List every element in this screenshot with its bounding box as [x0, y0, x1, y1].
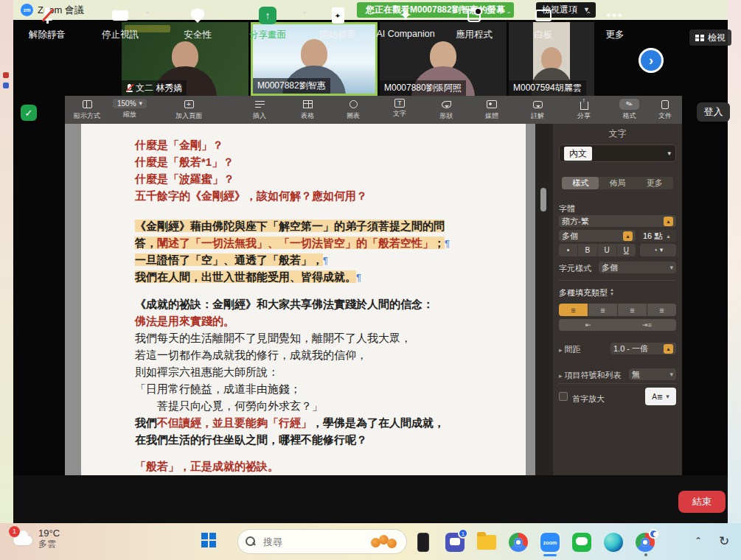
taskbar-app-line[interactable]	[571, 532, 592, 553]
doc-line: 我們每天的生活離開不了見聞覺知，離開不了人我大眾，	[135, 329, 504, 346]
muted-mic-icon	[42, 7, 52, 24]
teams-badge: 1	[458, 528, 468, 539]
doc-segment: 一旦證悟了「空」、通透了「般若」，	[135, 253, 323, 266]
next-participants-button[interactable]: ›	[639, 48, 664, 73]
meeting-security-shield-icon[interactable]: ✓	[21, 105, 37, 121]
lists-dropdown[interactable]: 無 ▾	[629, 368, 676, 380]
paragraph-style-dropdown[interactable]: 內文 ▾	[559, 144, 676, 162]
align-left-button[interactable]: ≡	[559, 304, 588, 316]
gallery-view-button[interactable]: 檢視	[689, 29, 731, 46]
media-button[interactable]: 媒體	[485, 99, 498, 121]
font-size-stepper[interactable]: 16 點 ▲▼	[640, 230, 676, 242]
taskbar-app-explorer[interactable]	[476, 532, 497, 553]
disclosure-spacing[interactable]: ▸ 間距	[559, 344, 581, 355]
pilcrow-mark: ¶	[445, 238, 450, 249]
apps-button[interactable]: 應用程式	[439, 6, 509, 41]
align-justify-button[interactable]: ≡	[647, 304, 676, 316]
sync-tray-icon[interactable]: ↻	[719, 533, 729, 549]
char-style-dropdown[interactable]: 多個 ▾	[599, 262, 676, 273]
font-trait-value: 多個	[562, 231, 578, 242]
folder-icon	[477, 535, 496, 550]
tab-style[interactable]: 樣式	[562, 177, 599, 189]
add-page-button[interactable]: 加入頁面	[175, 99, 202, 121]
pilcrow-mark: ¶	[323, 255, 328, 266]
document-button[interactable]: 文件	[658, 99, 672, 121]
chevron-down-icon: ▾	[667, 150, 671, 157]
share-screen-button[interactable]: ↑ 分享畫面	[232, 6, 303, 41]
taskbar-app-chrome[interactable]	[508, 532, 529, 553]
circle-options-icon: ◔	[653, 246, 658, 254]
text-options-button[interactable]: ◔ ▾	[640, 244, 676, 256]
active-app-indicator	[543, 554, 557, 556]
taskbar-app-teams[interactable]: 1	[445, 532, 465, 553]
start-summary-button[interactable]: ✦ 開始摘要	[302, 6, 373, 41]
more-button[interactable]: ••• 更多	[580, 6, 650, 41]
dropcap-checkbox[interactable]	[559, 392, 568, 401]
dropcap-style-button[interactable]: A≣ ▾	[645, 388, 676, 405]
end-meeting-button[interactable]: 結束	[678, 491, 726, 513]
align-center-button[interactable]: ≡	[588, 304, 617, 316]
tray-overflow-chevron[interactable]: ⌃	[695, 536, 702, 546]
search-input[interactable]	[262, 536, 358, 548]
disclosure-lists[interactable]: ▸ 項目符號和列表	[559, 370, 622, 381]
format-sidebar: 文字 內文 ▾ 樣式 佈局 更多 字體 蘋方-繁 ▲▼ 多個 ▲▼ 16 點 ▲…	[553, 124, 682, 475]
spacing-dropdown[interactable]: 1.0 - 一倍 ▲▼	[610, 343, 676, 354]
align-right-button[interactable]: ≡	[618, 304, 647, 316]
format-button[interactable]: ✎ 格式	[619, 99, 639, 121]
apps-icon	[467, 9, 481, 22]
security-button[interactable]: 安全性	[162, 6, 233, 41]
video-options-chevron[interactable]: ⌃	[145, 10, 150, 18]
doc-line: 佛法是用來實踐的。	[135, 312, 504, 329]
chevron-down-icon: ▾	[669, 265, 673, 271]
taskbar-app-chrome-profile[interactable]	[635, 532, 655, 553]
taskbar-search[interactable]	[237, 529, 407, 554]
chevron-down-icon: ▾	[660, 247, 664, 253]
media-label: 媒體	[485, 111, 498, 121]
insert-button[interactable]: 插入	[253, 99, 266, 121]
outdent-button[interactable]: ⇤	[559, 319, 618, 331]
stepper-icon: ▲▼	[664, 231, 673, 241]
bold-button[interactable]: B	[578, 244, 597, 256]
taskbar-app-phone[interactable]	[413, 532, 434, 553]
chevron-down-icon: ▾	[666, 393, 669, 400]
text-label: 文字	[393, 109, 406, 119]
line-app-icon	[572, 533, 591, 552]
taskbar-app-edge[interactable]	[603, 532, 624, 553]
comment-button[interactable]: 註解	[531, 99, 544, 121]
mute-options-chevron[interactable]: ⌃	[71, 10, 77, 18]
weather-widget[interactable]: 1 19°C 多雲	[12, 528, 60, 549]
strikethrough-button[interactable]: U	[617, 244, 636, 256]
share-button[interactable]: 分享	[577, 99, 591, 121]
whiteboard-button[interactable]: 白板	[508, 6, 579, 41]
char-style-label: 字元樣式	[559, 263, 591, 274]
sign-in-button[interactable]: 登入	[697, 102, 730, 122]
table-button[interactable]: 表格	[301, 99, 314, 121]
tab-layout[interactable]: 佈局	[599, 177, 636, 189]
view-mode-button[interactable]: 顯示方式	[74, 99, 100, 121]
shape-button[interactable]: 形狀	[439, 99, 453, 121]
add-page-label: 加入頁面	[175, 111, 202, 121]
fill-type-label[interactable]: 多種填充類型 ▲▼	[559, 287, 614, 298]
scrollbar-track[interactable]	[535, 124, 553, 475]
zoom-control[interactable]: 150%▾ 縮放	[113, 99, 147, 119]
ai-companion-button[interactable]: ✦ AI Companion	[370, 6, 441, 39]
text-button[interactable]: T 文字	[393, 99, 406, 119]
dot-style-button[interactable]: •	[559, 244, 578, 256]
media-icon	[487, 100, 497, 108]
chart-button[interactable]: 圖表	[347, 99, 360, 121]
scrollbar-handle[interactable]	[540, 188, 546, 211]
doc-segment: 《金剛經》藉由佛陀與座下「解空第一」的弟子須菩提之間的問	[135, 220, 445, 232]
taskbar-app-zoom[interactable]: zoom	[540, 532, 560, 553]
participant-name: M0007880劉張阿照	[384, 82, 462, 94]
screen: zm Zoom 會議 您正在觀看M0007882劉智惠的螢幕 檢視選項 ▼ 文二…	[0, 0, 741, 560]
muted-mic-icon	[126, 84, 133, 93]
font-trait-dropdown[interactable]: 多個 ▲▼	[559, 230, 636, 242]
tab-more[interactable]: 更多	[636, 177, 673, 189]
underline-button[interactable]: U	[598, 244, 617, 256]
font-family-value: 蘋方-繁	[562, 216, 589, 227]
font-family-dropdown[interactable]: 蘋方-繁 ▲▼	[559, 215, 676, 227]
start-button[interactable]	[201, 533, 216, 547]
indent-button[interactable]: ⇥≡	[618, 319, 677, 331]
stepper-icon: ▲▼	[664, 344, 673, 354]
unmute-label: 解除靜音	[29, 29, 66, 41]
